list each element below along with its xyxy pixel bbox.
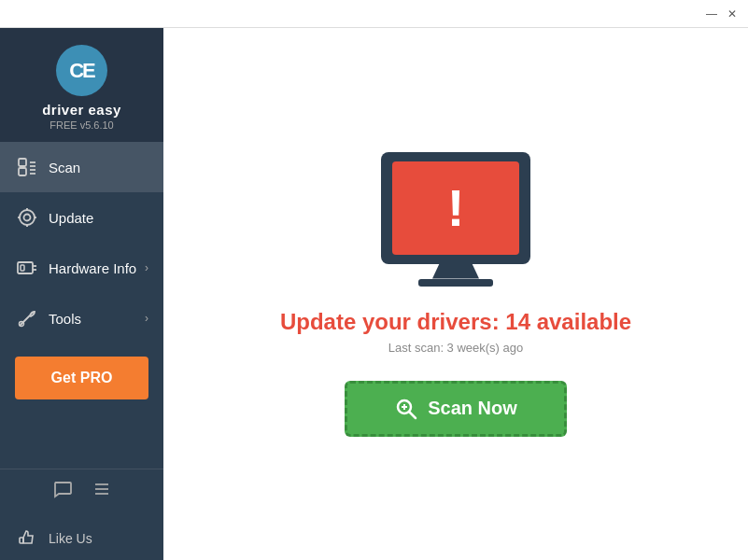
- sidebar-item-update[interactable]: Update: [0, 192, 163, 243]
- like-us-label: Like Us: [49, 531, 148, 546]
- scan-now-button[interactable]: Scan Now: [345, 381, 567, 437]
- sidebar-logo: CE driver easy FREE v5.6.10: [0, 28, 163, 142]
- sidebar-item-scan[interactable]: Scan: [0, 142, 163, 192]
- svg-rect-15: [21, 265, 24, 271]
- chat-icon[interactable]: [52, 479, 73, 504]
- update-icon: [15, 205, 39, 230]
- sidebar-item-tools[interactable]: Tools ›: [0, 293, 163, 343]
- sidebar-item-update-label: Update: [49, 210, 148, 226]
- scan-now-label: Scan Now: [428, 398, 517, 419]
- monitor-illustration: !: [381, 152, 530, 287]
- svg-rect-0: [19, 159, 26, 166]
- svg-point-6: [20, 210, 35, 225]
- update-headline: Update your drivers: 14 available: [280, 309, 631, 335]
- close-button[interactable]: ✕: [724, 6, 741, 22]
- svg-rect-20: [20, 538, 23, 543]
- like-us-item[interactable]: Like Us: [0, 517, 163, 560]
- get-pro-button[interactable]: Get PRO: [15, 357, 148, 399]
- logo-version: FREE v5.6.10: [49, 119, 113, 131]
- monitor-stand: [432, 264, 479, 279]
- exclamation-mark: !: [447, 182, 465, 234]
- svg-rect-1: [19, 168, 26, 175]
- scan-icon: [15, 155, 39, 179]
- title-bar: — ✕: [0, 0, 748, 28]
- sidebar: CE driver easy FREE v5.6.10 Scan: [0, 28, 163, 560]
- sidebar-item-hardware-label: Hardware Info: [49, 260, 145, 276]
- minimize-button[interactable]: —: [703, 6, 720, 22]
- main-content: ! Update your drivers: 14 available Last…: [163, 28, 748, 560]
- monitor-screen: !: [392, 161, 519, 255]
- monitor-body: !: [381, 152, 530, 264]
- sidebar-bottom: [0, 469, 163, 517]
- sidebar-item-tools-label: Tools: [49, 311, 145, 327]
- svg-point-7: [24, 215, 31, 221]
- thumbs-up-icon: [15, 526, 39, 551]
- sidebar-item-hardware-info[interactable]: Hardware Info ›: [0, 243, 163, 293]
- hardware-info-arrow-icon: ›: [145, 261, 148, 274]
- sidebar-item-scan-label: Scan: [49, 160, 148, 175]
- last-scan-text: Last scan: 3 week(s) ago: [388, 341, 524, 355]
- svg-line-22: [410, 412, 416, 418]
- scan-now-icon: [394, 397, 418, 421]
- logo-name: driver easy: [42, 102, 121, 118]
- app-body: CE driver easy FREE v5.6.10 Scan: [0, 28, 748, 560]
- tools-icon: [15, 306, 39, 330]
- tools-arrow-icon: ›: [145, 312, 148, 325]
- hardware-icon: [15, 256, 39, 280]
- logo-icon: CE: [56, 45, 107, 96]
- list-icon[interactable]: [92, 479, 112, 504]
- monitor-base: [418, 279, 493, 287]
